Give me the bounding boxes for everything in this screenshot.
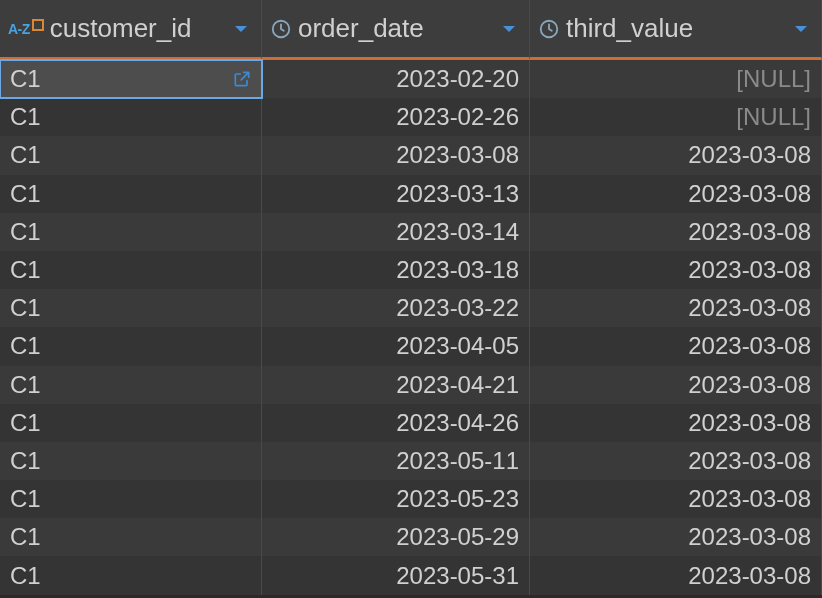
cell-value: 2023-05-11 xyxy=(396,447,519,475)
table-row[interactable]: C12023-03-182023-03-08 xyxy=(0,251,822,289)
cell-order_date[interactable]: 2023-05-31 xyxy=(262,556,530,594)
cell-order_date[interactable]: 2023-03-13 xyxy=(262,175,530,213)
cell-value: C1 xyxy=(10,294,41,322)
cell-value: 2023-03-08 xyxy=(688,371,811,399)
chevron-down-icon[interactable] xyxy=(497,17,521,41)
cell-customer_id[interactable]: C1 xyxy=(0,175,262,213)
cell-third_value[interactable]: 2023-03-08 xyxy=(530,213,822,251)
cell-customer_id[interactable]: C1 xyxy=(0,289,262,327)
key-icon xyxy=(32,19,44,31)
table-row[interactable]: C12023-03-132023-03-08 xyxy=(0,175,822,213)
az-type-icon: A-Z xyxy=(8,21,30,37)
column-header-customer_id[interactable]: A-Z customer_id xyxy=(0,0,262,60)
chevron-down-icon[interactable] xyxy=(789,17,813,41)
cell-value: 2023-03-08 xyxy=(688,447,811,475)
cell-value: 2023-02-26 xyxy=(396,103,519,131)
column-name: order_date xyxy=(298,13,491,44)
cell-customer_id[interactable]: C1 xyxy=(0,251,262,289)
cell-value: 2023-04-05 xyxy=(396,332,519,360)
cell-order_date[interactable]: 2023-04-05 xyxy=(262,327,530,365)
cell-value: 2023-03-08 xyxy=(688,256,811,284)
cell-third_value[interactable]: 2023-03-08 xyxy=(530,175,822,213)
column-header-third_value[interactable]: third_value xyxy=(530,0,822,60)
cell-customer_id[interactable]: C1 xyxy=(0,556,262,594)
table-row[interactable]: C12023-04-262023-03-08 xyxy=(0,404,822,442)
cell-value: C1 xyxy=(10,180,41,208)
cell-value: C1 xyxy=(10,562,41,590)
cell-third_value[interactable]: 2023-03-08 xyxy=(530,366,822,404)
cell-third_value[interactable]: 2023-03-08 xyxy=(530,518,822,556)
cell-order_date[interactable]: 2023-04-21 xyxy=(262,366,530,404)
column-name: customer_id xyxy=(50,13,223,44)
cell-value: C1 xyxy=(10,103,41,131)
cell-third_value[interactable]: 2023-03-08 xyxy=(530,251,822,289)
cell-value: 2023-05-31 xyxy=(396,562,519,590)
cell-third_value[interactable]: 2023-03-08 xyxy=(530,289,822,327)
cell-value: 2023-03-08 xyxy=(688,218,811,246)
cell-order_date[interactable]: 2023-02-26 xyxy=(262,98,530,136)
cell-value: 2023-04-26 xyxy=(396,409,519,437)
cell-third_value[interactable]: 2023-03-08 xyxy=(530,327,822,365)
cell-order_date[interactable]: 2023-03-14 xyxy=(262,213,530,251)
cell-third_value[interactable]: 2023-03-08 xyxy=(530,442,822,480)
cell-third_value[interactable]: 2023-03-08 xyxy=(530,136,822,174)
cell-customer_id[interactable]: C1 xyxy=(0,136,262,174)
cell-order_date[interactable]: 2023-02-20 xyxy=(262,60,530,98)
cell-order_date[interactable]: 2023-03-08 xyxy=(262,136,530,174)
table-row[interactable]: C12023-03-142023-03-08 xyxy=(0,213,822,251)
type-badge-text: A-Z xyxy=(8,21,44,37)
table-row[interactable]: C12023-03-222023-03-08 xyxy=(0,289,822,327)
cell-value: 2023-03-18 xyxy=(396,256,519,284)
cell-customer_id[interactable]: C1 xyxy=(0,518,262,556)
cell-value: C1 xyxy=(10,141,41,169)
cell-third_value[interactable]: [NULL] xyxy=(530,98,822,136)
cell-third_value[interactable]: [NULL] xyxy=(530,60,822,98)
cell-value: 2023-02-20 xyxy=(396,65,519,93)
chevron-down-icon[interactable] xyxy=(229,17,253,41)
cell-value: 2023-03-08 xyxy=(688,409,811,437)
cell-value: [NULL] xyxy=(736,103,811,131)
cell-third_value[interactable]: 2023-03-08 xyxy=(530,404,822,442)
cell-customer_id[interactable]: C1 xyxy=(0,327,262,365)
column-header-order_date[interactable]: order_date xyxy=(262,0,530,60)
cell-value: 2023-05-29 xyxy=(396,523,519,551)
cell-order_date[interactable]: 2023-05-29 xyxy=(262,518,530,556)
table-row[interactable]: C12023-04-052023-03-08 xyxy=(0,327,822,365)
table-row[interactable]: C12023-04-212023-03-08 xyxy=(0,366,822,404)
cell-value: 2023-03-08 xyxy=(396,141,519,169)
table-row[interactable]: C12023-03-082023-03-08 xyxy=(0,136,822,174)
table-body: C12023-02-20[NULL]C12023-02-26[NULL]C120… xyxy=(0,60,822,595)
cell-customer_id[interactable]: C1 xyxy=(0,480,262,518)
clock-icon xyxy=(270,18,292,40)
table-row[interactable]: C12023-05-232023-03-08 xyxy=(0,480,822,518)
external-link-icon[interactable] xyxy=(229,66,255,92)
cell-customer_id[interactable]: C1 xyxy=(0,442,262,480)
table-header-row: A-Z customer_id order_date third_value xyxy=(0,0,822,60)
cell-value: 2023-03-08 xyxy=(688,562,811,590)
table-row[interactable]: C12023-02-26[NULL] xyxy=(0,98,822,136)
cell-third_value[interactable]: 2023-03-08 xyxy=(530,480,822,518)
cell-order_date[interactable]: 2023-04-26 xyxy=(262,404,530,442)
table-row[interactable]: C12023-05-312023-03-08 xyxy=(0,556,822,594)
table-row[interactable]: C12023-02-20[NULL] xyxy=(0,60,822,98)
cell-third_value[interactable]: 2023-03-08 xyxy=(530,556,822,594)
column-name: third_value xyxy=(566,13,783,44)
cell-order_date[interactable]: 2023-03-22 xyxy=(262,289,530,327)
cell-value: 2023-04-21 xyxy=(396,371,519,399)
cell-order_date[interactable]: 2023-05-23 xyxy=(262,480,530,518)
table-row[interactable]: C12023-05-292023-03-08 xyxy=(0,518,822,556)
cell-order_date[interactable]: 2023-03-18 xyxy=(262,251,530,289)
cell-customer_id[interactable]: C1 xyxy=(0,404,262,442)
cell-value: 2023-03-14 xyxy=(396,218,519,246)
cell-customer_id[interactable]: C1 xyxy=(0,366,262,404)
cell-value: 2023-03-22 xyxy=(396,294,519,322)
cell-value: [NULL] xyxy=(736,65,811,93)
cell-value: C1 xyxy=(10,218,41,246)
cell-value: 2023-05-23 xyxy=(396,485,519,513)
cell-customer_id[interactable]: C1 xyxy=(0,60,262,98)
cell-value: C1 xyxy=(10,65,41,93)
table-row[interactable]: C12023-05-112023-03-08 xyxy=(0,442,822,480)
cell-customer_id[interactable]: C1 xyxy=(0,213,262,251)
cell-customer_id[interactable]: C1 xyxy=(0,98,262,136)
cell-order_date[interactable]: 2023-05-11 xyxy=(262,442,530,480)
